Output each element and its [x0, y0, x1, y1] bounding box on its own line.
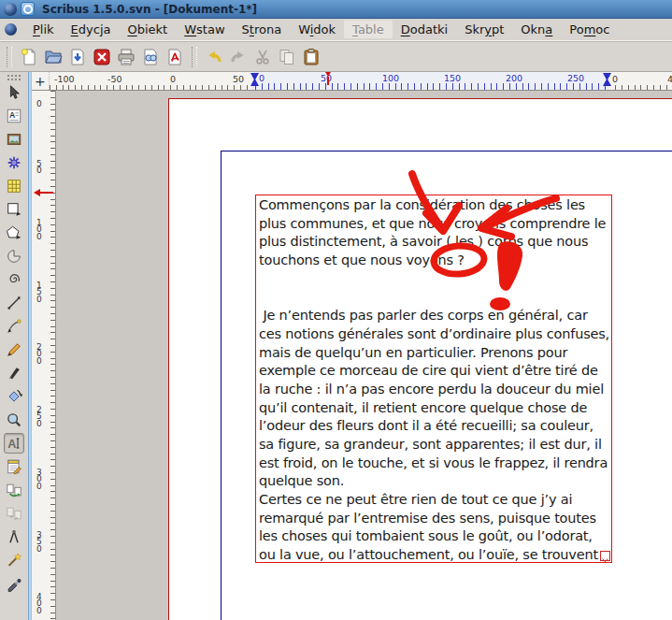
tool-edit-text[interactable]: A	[4, 433, 24, 454]
tool-insert-calligraphic-line[interactable]	[4, 363, 24, 383]
insert-freehand-line-icon	[6, 341, 22, 358]
insert-calligraphic-line-icon	[6, 365, 22, 382]
text-frame[interactable]: Commençons par la considération des chos…	[255, 195, 612, 563]
undo-button[interactable]	[202, 45, 226, 69]
print-document-button[interactable]	[114, 45, 138, 69]
tool-rotate-item[interactable]	[4, 386, 24, 407]
tool-insert-text-frame[interactable]: A	[4, 106, 24, 126]
ruler-origin-icon: +	[35, 74, 46, 89]
palette-drag-handle[interactable]	[7, 74, 21, 80]
story-editor-icon	[6, 458, 22, 475]
copy-button[interactable]	[275, 45, 299, 69]
margin-guide-left	[221, 151, 222, 620]
frame-ruler-label: 0	[259, 73, 265, 83]
measurements-icon	[6, 528, 22, 545]
vertical-ruler[interactable]: 05 01 0 01 5 02 0 02 5 03 0 03 5 04 0 0	[32, 91, 56, 620]
document-window-icon[interactable]	[5, 23, 17, 36]
menu-widok[interactable]: Widok	[290, 21, 344, 38]
open-document-button[interactable]	[41, 45, 65, 69]
vruler-label: 1 0 0	[36, 220, 42, 241]
insert-text-frame-icon: A	[6, 108, 22, 124]
cut-icon	[253, 48, 272, 66]
save-document-button[interactable]	[65, 45, 90, 69]
text-line: sa figure, sa grandeur, sont apparentes;…	[259, 436, 609, 454]
tool-insert-line[interactable]	[4, 293, 24, 313]
hruler-label: -50	[107, 74, 122, 84]
hruler-label: 40	[667, 74, 672, 84]
redo-button[interactable]	[226, 45, 250, 69]
export-pdf-button[interactable]	[163, 45, 187, 69]
tool-insert-image-frame[interactable]	[4, 129, 24, 150]
hruler-label: 50	[233, 74, 244, 84]
margin-guide-top	[221, 151, 672, 151]
cut-button[interactable]	[250, 45, 275, 69]
tab-marker-left-icon[interactable]	[250, 73, 259, 86]
tool-color-picker[interactable]	[4, 573, 24, 594]
tool-insert-freehand-line[interactable]	[4, 339, 24, 360]
menu-strona[interactable]: Strona	[234, 21, 291, 38]
preview-mode-icon	[141, 48, 160, 66]
menu-plik[interactable]: Plik	[24, 21, 63, 38]
menu-skrypt[interactable]: Skrypt	[456, 21, 512, 38]
tool-insert-arc[interactable]	[4, 246, 24, 267]
text-line: ou la vue, ou l’attouchement, ou l’ouïe,…	[259, 546, 609, 563]
menu-bar: PlikEdycjaObiektWstawStronaWidokTableDod…	[0, 19, 672, 41]
ruler-origin-corner[interactable]: +	[32, 72, 50, 90]
toolbar-drag-handle[interactable]	[7, 47, 12, 67]
tool-insert-spiral[interactable]	[4, 269, 24, 290]
close-document-button[interactable]	[90, 45, 114, 69]
globe-icon	[4, 3, 17, 16]
tool-measurements[interactable]	[4, 526, 24, 547]
text-line: Commençons par la considération des chos…	[259, 196, 609, 215]
tool-insert-table[interactable]	[4, 176, 24, 196]
redo-icon	[229, 48, 248, 66]
save-document-icon	[68, 48, 87, 66]
tool-select-item[interactable]	[4, 82, 24, 103]
paste-button[interactable]	[299, 45, 323, 69]
edit-text-icon: A	[6, 435, 22, 452]
text-frame-ruler-zone[interactable]: 050100150200250	[251, 72, 610, 90]
insert-line-icon	[6, 295, 22, 311]
vruler-label: 2 5 0	[36, 407, 42, 428]
scribus-window: Scribus 1.5.0.svn - [Dokument-1*] PlikEd…	[0, 0, 672, 620]
tool-copy-item-properties[interactable]	[4, 550, 24, 570]
hruler-label: -100	[54, 74, 75, 84]
tab-marker-right-icon[interactable]	[603, 73, 611, 86]
preview-mode-button[interactable]	[138, 45, 163, 69]
menu-table[interactable]: Table	[344, 21, 393, 38]
menu-pomoc[interactable]: Pomoc	[561, 21, 618, 38]
new-document-button[interactable]	[17, 45, 41, 69]
menu-edycja[interactable]: Edycja	[63, 21, 120, 38]
rotate-item-icon	[6, 388, 22, 405]
vruler-label: 5 0	[36, 161, 42, 175]
toolbar-drag-handle[interactable]	[192, 47, 197, 67]
menu-obiekt[interactable]: Obiekt	[120, 21, 177, 38]
text-line: plus distinctement, à savoir ( les ) cor…	[259, 233, 609, 252]
menu-dodatki[interactable]: Dodatki	[393, 21, 456, 38]
tool-story-editor[interactable]	[4, 456, 24, 477]
text-line: remarqué par l’entremise des sens, puisq…	[259, 510, 609, 528]
text-line: ces notions générales sont d’ordinaire p…	[259, 325, 609, 344]
tool-insert-bezier-curve[interactable]	[4, 316, 24, 337]
frame-ruler-label: 250	[567, 73, 584, 83]
vruler-label: 3 0 0	[36, 469, 42, 491]
text-line: mais de quelqu’un en particulier. Prenon…	[259, 344, 609, 363]
paste-icon	[302, 48, 321, 66]
tool-zoom[interactable]	[4, 410, 24, 430]
frame-ruler-label: 100	[382, 73, 399, 83]
tool-insert-render-frame[interactable]	[4, 152, 24, 173]
insert-shape-icon	[6, 201, 22, 218]
horizontal-ruler[interactable]: -100-50050040050100150200250	[50, 72, 672, 90]
tool-unlink-text-frames[interactable]	[4, 503, 24, 524]
text-line	[259, 270, 609, 289]
document-canvas[interactable]: Commençons par la considération des chos…	[56, 91, 672, 620]
menu-okna[interactable]: Okna	[512, 21, 561, 38]
tool-link-text-frames[interactable]	[4, 480, 24, 500]
title-bar[interactable]: Scribus 1.5.0.svn - [Dokument-1*]	[0, 0, 672, 19]
tool-insert-shape[interactable]	[4, 199, 24, 220]
menu-wstaw[interactable]: Wstaw	[176, 21, 233, 38]
tool-palette: AA	[0, 72, 28, 620]
text-line: plus communes, et que nous croyons compr…	[259, 215, 609, 234]
insert-arc-icon	[6, 248, 22, 265]
tool-insert-polygon[interactable]	[4, 223, 24, 243]
